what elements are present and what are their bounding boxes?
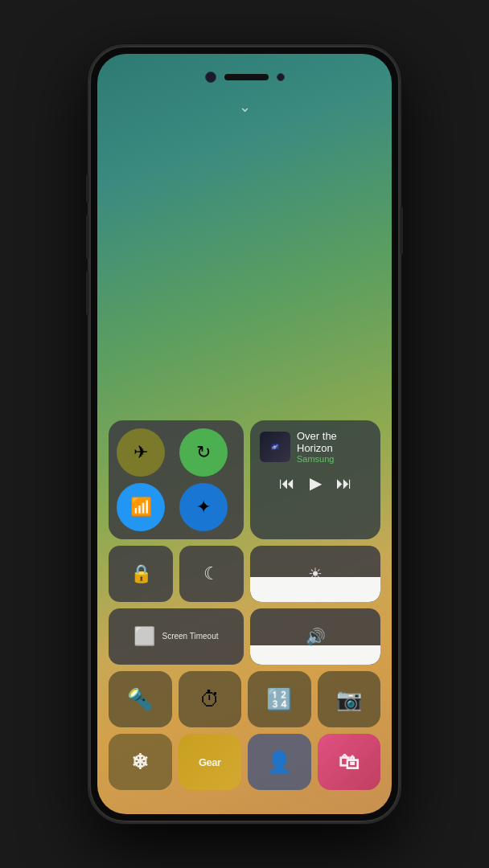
media-artist: Samsung xyxy=(297,454,371,464)
volume-icon: 🔊 xyxy=(306,627,326,646)
volume-slider[interactable]: 🔊 xyxy=(250,608,380,665)
screen-timeout-button[interactable]: ⬜ Screen Timeout xyxy=(109,608,244,665)
sliders-panel: ☀ 🔊 xyxy=(250,546,380,665)
brightness-slider[interactable]: ☀ xyxy=(250,546,380,602)
media-next-button[interactable]: ⏭ xyxy=(336,474,352,493)
phone-container: ⌄ ✈ ↻ 📶 ✦ xyxy=(88,44,401,824)
top-bar xyxy=(192,68,297,86)
brightness-icon: ☀ xyxy=(308,564,323,583)
media-info: Over the Horizon Samsung xyxy=(297,430,371,464)
front-camera xyxy=(205,72,216,83)
do-not-disturb-icon: ☾ xyxy=(203,563,220,584)
airplane-mode-button[interactable]: ✈ xyxy=(117,428,165,477)
camera-button[interactable]: 📷 xyxy=(318,671,381,727)
bluetooth-icon: ✦ xyxy=(196,497,211,518)
orientation-lock-icon: 🔒 xyxy=(130,563,152,584)
camera-icon: 📷 xyxy=(336,687,362,712)
speaker xyxy=(224,74,269,80)
person-app-button[interactable]: 👤 xyxy=(248,734,311,790)
media-title: Over the Horizon xyxy=(297,430,371,454)
bixby-button[interactable] xyxy=(86,271,89,315)
row-toggles-sliders: 🔒 ☾ ⬜ Screen Timeout ☀ xyxy=(109,546,380,665)
media-header: 🌌 Over the Horizon Samsung xyxy=(260,430,371,464)
do-not-disturb-button[interactable]: ☾ xyxy=(179,546,244,602)
media-prev-button[interactable]: ⏮ xyxy=(279,474,295,493)
gear-label: Gear xyxy=(199,756,221,768)
shop-icon: 🛍 xyxy=(339,750,360,775)
iris-scanner xyxy=(277,73,285,81)
shop-app-button[interactable]: 🛍 xyxy=(318,734,381,790)
media-thumbnail: 🌌 xyxy=(260,432,290,462)
power-button[interactable] xyxy=(400,207,403,255)
volume-down-button[interactable] xyxy=(86,215,89,259)
media-controls: ⏮ ▶ ⏭ xyxy=(260,473,371,493)
flashlight-button[interactable]: 🔦 xyxy=(109,671,172,727)
control-center: ✈ ↻ 📶 ✦ 🌌 xyxy=(109,420,380,790)
screen: ⌄ ✈ ↻ 📶 ✦ xyxy=(97,54,392,814)
airplane-icon: ✈ xyxy=(134,442,148,463)
media-play-button[interactable]: ▶ xyxy=(310,473,322,493)
wifi-button[interactable]: 📶 xyxy=(117,483,165,531)
rotation-button[interactable]: ↻ xyxy=(179,428,228,477)
volume-up-button[interactable] xyxy=(86,174,89,203)
screen-timeout-icon: ⬜ xyxy=(134,626,155,647)
quick-toggles: 🔒 ☾ ⬜ Screen Timeout xyxy=(109,546,244,665)
connectivity-panel: ✈ ↻ 📶 ✦ xyxy=(109,420,244,539)
timer-button[interactable]: ⏱ xyxy=(179,671,242,727)
rotation-icon: ↻ xyxy=(196,442,211,463)
row-apps: ❄ Gear 👤 🛍 xyxy=(109,734,380,790)
screen-timeout-label: Screen Timeout xyxy=(162,632,218,641)
media-panel: 🌌 Over the Horizon Samsung ⏮ ▶ ⏭ xyxy=(250,420,380,539)
row-utilities: 🔦 ⏱ 🔢 📷 xyxy=(109,671,380,727)
calculator-icon: 🔢 xyxy=(266,687,292,712)
orientation-lock-button[interactable]: 🔒 xyxy=(109,546,173,602)
person-icon: 👤 xyxy=(266,750,292,775)
row-connectivity-media: ✈ ↻ 📶 ✦ 🌌 xyxy=(109,420,380,539)
timer-icon: ⏱ xyxy=(199,687,220,712)
volume-fill xyxy=(250,645,380,665)
bluetooth-button[interactable]: ✦ xyxy=(179,483,228,531)
snowflake-app-button[interactable]: ❄ xyxy=(109,734,172,790)
gear-app-button[interactable]: Gear xyxy=(179,734,242,790)
snowflake-icon: ❄ xyxy=(131,750,149,775)
wifi-icon: 📶 xyxy=(130,497,152,518)
flashlight-icon: 🔦 xyxy=(127,687,153,712)
pull-down-indicator[interactable]: ⌄ xyxy=(239,98,251,116)
calculator-button[interactable]: 🔢 xyxy=(248,671,311,727)
